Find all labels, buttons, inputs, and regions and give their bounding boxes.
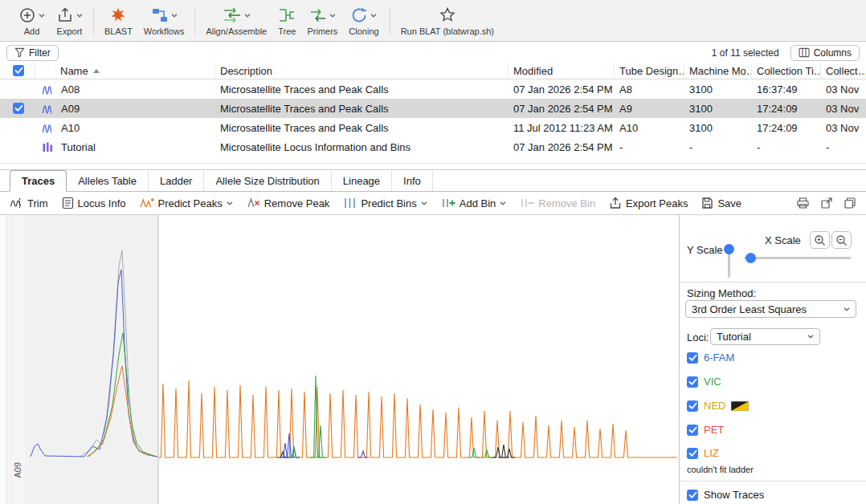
- table-row-a10[interactable]: A10Microsatellite Traces and Peak Calls1…: [0, 118, 866, 137]
- toolbar-item-export[interactable]: Export: [56, 6, 83, 36]
- toolbar-item-label: BLAST: [104, 26, 133, 36]
- popout-button[interactable]: [820, 197, 833, 209]
- show-traces-checkbox[interactable]: [687, 490, 698, 501]
- tab-allele-size-distribution[interactable]: Allele Size Distribution: [204, 170, 331, 191]
- remove-bin-button[interactable]: Remove Bin: [520, 197, 595, 209]
- tab-traces[interactable]: Traces: [10, 170, 67, 192]
- document-table-header: NameDescriptionModifiedTube Design…Machi…: [0, 63, 866, 79]
- sizing-method-value: 3rd Order Least Squares: [692, 303, 807, 315]
- vertical-scrollbar[interactable]: [0, 215, 7, 504]
- column-header-tube-design[interactable]: Tube Design…: [615, 63, 684, 79]
- zoom-in-button[interactable]: [810, 231, 830, 249]
- tab-alleles-table[interactable]: Alleles Table: [67, 170, 149, 191]
- columns-button[interactable]: Columns: [790, 45, 860, 61]
- chev-icon: [76, 14, 83, 18]
- column-header-description[interactable]: Description: [215, 63, 509, 79]
- chevron-down-icon: [844, 307, 850, 311]
- zoom-in-icon: [814, 234, 826, 246]
- dye-label: NED: [704, 400, 725, 412]
- dye-row-liz: LIZ: [687, 447, 719, 459]
- cell-description: Microsatellite Locus Information and Bin…: [215, 141, 509, 153]
- select-all-cell: [0, 63, 35, 79]
- toolbar-item-primers[interactable]: Primers: [307, 6, 337, 36]
- chev-icon: [171, 14, 178, 18]
- button-label: Export Peaks: [626, 197, 688, 209]
- toolbar-item-tree[interactable]: Tree: [278, 6, 296, 36]
- dye-row-pet: PET: [687, 424, 724, 436]
- remove-peak-icon: [247, 197, 260, 209]
- chromatogram-plot[interactable]: [27, 215, 679, 504]
- x-scale-slider-track[interactable]: [744, 257, 851, 259]
- toolbar-item-align-assemble[interactable]: Align/Assemble: [206, 6, 267, 36]
- select-all-checkbox[interactable]: [13, 65, 24, 76]
- toolbar-item-label: Primers: [307, 26, 337, 36]
- panel-divider: [680, 481, 866, 482]
- toolbar-item-label: Export: [57, 26, 83, 36]
- table-row-tutorial[interactable]: TutorialMicrosatellite Locus Information…: [0, 137, 866, 156]
- chev-icon: [39, 14, 45, 18]
- column-header-modified[interactable]: Modified: [509, 63, 615, 79]
- table-row-a08[interactable]: A08Microsatellite Traces and Peak Calls0…: [0, 79, 866, 99]
- stack-button[interactable]: [844, 197, 856, 209]
- toolbar-item-cloning[interactable]: Cloning: [349, 6, 378, 36]
- filter-button[interactable]: Filter: [6, 45, 59, 61]
- document-table: A08Microsatellite Traces and Peak Calls0…: [0, 79, 866, 156]
- main-toolbar: AddExportBLASTWorkflowsAlign/AssembleTre…: [0, 0, 866, 42]
- export-peaks-button[interactable]: Export Peaks: [609, 197, 688, 209]
- y-scale-slider-thumb[interactable]: [724, 244, 734, 254]
- tab-lineage[interactable]: Lineage: [332, 170, 392, 191]
- toolbar-item-label: Add: [24, 26, 40, 36]
- button-label: Add Bin: [460, 197, 496, 209]
- remove-peak-button[interactable]: Remove Peak: [247, 197, 330, 209]
- loci-select[interactable]: Tutorial: [710, 328, 820, 345]
- zoom-out-button[interactable]: [831, 231, 852, 249]
- filter-button-label: Filter: [29, 47, 51, 59]
- cell-tube-design: -: [615, 141, 684, 153]
- dye-checkbox-pet[interactable]: [687, 425, 698, 436]
- table-row-a09[interactable]: A09Microsatellite Traces and Peak Calls0…: [0, 99, 866, 118]
- dye-label: VIC: [704, 376, 721, 388]
- column-header-machine-mo[interactable]: Machine Mo…: [684, 63, 752, 79]
- save-button[interactable]: Save: [701, 197, 741, 209]
- dye-checkbox-liz[interactable]: [687, 448, 698, 459]
- dye-label: 6-FAM: [704, 352, 734, 364]
- dye-checkbox-6-fam[interactable]: [687, 352, 698, 364]
- locus-info-button[interactable]: Locus Info: [62, 197, 126, 209]
- predict-peaks-button[interactable]: Predict Peaks: [140, 197, 233, 209]
- tab-ladder[interactable]: Ladder: [149, 170, 204, 191]
- tab-info[interactable]: Info: [392, 170, 433, 191]
- cell-collect: 03 Nov: [821, 103, 866, 115]
- row-checkbox-a09[interactable]: [13, 103, 24, 114]
- columns-button-label: Columns: [814, 47, 852, 59]
- row-checkbox-cell: [0, 103, 35, 114]
- toolbar-item-workflows[interactable]: Workflows: [144, 6, 185, 36]
- ned-flag-icon: [731, 401, 749, 411]
- predict-bins-button[interactable]: Predict Bins: [343, 197, 427, 209]
- cell-description: Microsatellite Traces and Peak Calls: [215, 122, 509, 134]
- button-label: Trim: [27, 197, 48, 209]
- column-header-label: Name: [60, 65, 88, 77]
- column-header-collection-ti[interactable]: Collection Ti…: [752, 63, 821, 79]
- column-header-name[interactable]: Name: [35, 63, 215, 79]
- toolbar-item-blast[interactable]: BLAST: [104, 6, 133, 36]
- scale-controls: Y Scale X Scale: [680, 215, 866, 282]
- pane-splitter[interactable]: [0, 156, 866, 170]
- toolbar-item-label: Tree: [278, 26, 296, 36]
- export-icon: [56, 6, 74, 24]
- column-header-collect[interactable]: Collect…: [821, 63, 866, 79]
- dye-checkbox-vic[interactable]: [687, 376, 698, 388]
- toolbar-item-add[interactable]: Add: [18, 6, 45, 36]
- trim-button[interactable]: Trim: [10, 197, 48, 209]
- dye-row-6-fam: 6-FAM: [687, 352, 734, 364]
- chev-icon: [329, 14, 336, 18]
- column-header-label: Collection Ti…: [757, 65, 821, 77]
- chev-icon: [500, 201, 506, 205]
- dye-checkbox-ned[interactable]: [687, 400, 698, 412]
- sizing-method-select[interactable]: 3rd Order Least Squares: [685, 300, 856, 318]
- column-header-label: Description: [220, 65, 272, 77]
- toolbar-item-run-blat-blatwrap-sh[interactable]: Run BLAT (blatwrap.sh): [401, 6, 494, 36]
- add-bin-button[interactable]: Add Bin: [441, 197, 507, 209]
- x-scale-slider-thumb[interactable]: [745, 253, 756, 263]
- blast-icon: [109, 6, 127, 24]
- print-button[interactable]: [796, 197, 810, 209]
